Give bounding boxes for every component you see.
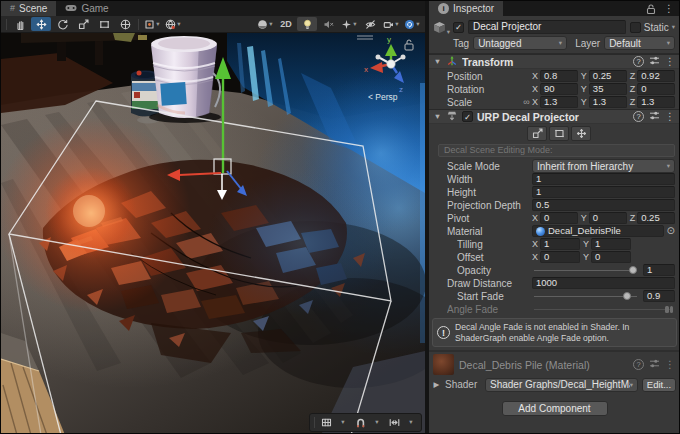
- grid-dropdown-button[interactable]: ▾: [335, 415, 351, 430]
- foldout-icon[interactable]: ▶: [432, 380, 441, 389]
- pivot-toggle-button[interactable]: ▾: [142, 17, 162, 31]
- kebab-menu-icon[interactable]: ⋮: [665, 112, 675, 122]
- decal-crop-mode-button[interactable]: [549, 126, 569, 141]
- component-enabled-checkbox[interactable]: ✓: [462, 111, 473, 122]
- presets-icon[interactable]: [649, 358, 660, 371]
- help-icon[interactable]: ?: [633, 111, 644, 122]
- decal-pivot-mode-button[interactable]: [571, 126, 591, 141]
- offset-row: Offset X0 Y0: [429, 251, 680, 263]
- grid-visibility-button[interactable]: [318, 415, 334, 430]
- gizmos-dropdown-button[interactable]: ▾: [402, 17, 422, 31]
- layer-dropdown[interactable]: Default ▾: [604, 36, 675, 50]
- position-z-field[interactable]: 0.92: [637, 70, 675, 82]
- width-field[interactable]: 1: [532, 173, 675, 185]
- tab-inspector[interactable]: i Inspector: [429, 1, 503, 16]
- global-local-toggle-button[interactable]: ▾: [163, 17, 183, 31]
- warning-icon: !: [437, 326, 450, 339]
- foldout-icon[interactable]: ▼: [433, 57, 442, 66]
- lock-icon[interactable]: [645, 3, 657, 15]
- object-picker-icon[interactable]: ⊙: [667, 226, 675, 236]
- tab-scene[interactable]: # Scene: [1, 1, 56, 16]
- perspective-label[interactable]: < Persp: [368, 92, 398, 102]
- snap-dropdown-button[interactable]: ▾: [369, 415, 385, 430]
- axis-x-label: x: [364, 65, 368, 74]
- presets-icon[interactable]: [649, 55, 660, 68]
- help-icon[interactable]: ?: [633, 359, 644, 370]
- transform-tool-button[interactable]: [115, 17, 135, 31]
- rotate-tool-button[interactable]: [52, 17, 72, 31]
- move-tool-button[interactable]: [31, 17, 51, 31]
- kebab-menu-icon[interactable]: ⋮: [665, 57, 675, 67]
- inspector-panel: i Inspector ⋮ ▾ ✓ Decal Projector: [429, 1, 680, 434]
- tag-dropdown[interactable]: Untagged ▾: [473, 36, 567, 50]
- hand-tool-button[interactable]: [10, 17, 30, 31]
- material-section-header[interactable]: Decal_Debris Pile (Material) ? ⋮: [429, 352, 680, 376]
- decal-projector-header[interactable]: ▼ ✓ URP Decal Projector ? ⋮: [429, 109, 680, 124]
- shading-mode-button[interactable]: ▾: [255, 17, 275, 31]
- scale-mode-dropdown[interactable]: Inherit from Hierarchy ▾: [532, 159, 675, 173]
- rotation-y-field[interactable]: 35: [589, 83, 627, 95]
- draw-distance-field[interactable]: 1000: [532, 277, 675, 289]
- projection-depth-field[interactable]: 0.5: [532, 199, 675, 211]
- snap-toggle-button[interactable]: [352, 415, 368, 430]
- tilling-x-field[interactable]: 1: [540, 238, 580, 250]
- rotation-z-field[interactable]: 0: [637, 83, 675, 95]
- position-x-field[interactable]: 0.8: [540, 70, 578, 82]
- width-row: Width 1: [429, 173, 680, 185]
- transform-header[interactable]: ▼ Transform ? ⋮: [429, 54, 680, 69]
- scale-z-field[interactable]: 1.3: [637, 96, 675, 108]
- start-fade-slider[interactable]: [532, 290, 639, 302]
- static-dropdown-icon[interactable]: ▾: [672, 24, 675, 31]
- increment-snap-dropdown-button[interactable]: ▾: [403, 415, 419, 430]
- add-component-button[interactable]: Add Component: [502, 401, 608, 416]
- warning-text: Decal Angle Fade is not enabled in Shade…: [455, 322, 672, 343]
- decal-projector-icon: [446, 110, 458, 124]
- offset-y-field[interactable]: 0: [591, 251, 631, 263]
- material-sphere-icon: [536, 227, 545, 236]
- pivot-x-field[interactable]: 0: [540, 212, 578, 224]
- increment-snap-button[interactable]: [386, 415, 402, 430]
- scene-visibility-button[interactable]: [360, 17, 380, 31]
- scale-x-field[interactable]: 1.3: [540, 96, 578, 108]
- inspector-content: ▾ ✓ Decal Projector Static ▾ Tag Untagge…: [429, 16, 680, 434]
- dropdown-caret-icon: ▾: [156, 21, 159, 28]
- active-checkbox[interactable]: ✓: [453, 22, 464, 33]
- gameobject-cube-icon[interactable]: ▾: [433, 20, 449, 34]
- scale-tool-button[interactable]: [73, 17, 93, 31]
- scene-toolbar: ▾ ▾ ▾ 2D ▾ ▾ ▾: [1, 16, 425, 33]
- scene-panel: # Scene Game ▾ ▾ ▾ 2D ▾: [1, 1, 425, 434]
- static-checkbox[interactable]: [630, 22, 641, 33]
- scene-viewport[interactable]: y x z < Persp ▾ ▾ ▾: [1, 33, 425, 434]
- opacity-field[interactable]: 1: [643, 264, 675, 276]
- position-y-field[interactable]: 0.25: [589, 70, 627, 82]
- rect-tool-button[interactable]: [94, 17, 114, 31]
- scene-audio-button[interactable]: [318, 17, 338, 31]
- shader-edit-button[interactable]: Edit...: [642, 378, 676, 392]
- tab-game[interactable]: Game: [56, 1, 117, 16]
- height-field[interactable]: 1: [532, 186, 675, 198]
- info-icon: i: [438, 3, 449, 14]
- constrain-proportions-icon[interactable]: ∞: [521, 97, 532, 107]
- pivot-z-field[interactable]: 0.25: [637, 212, 675, 224]
- 2d-toggle-button[interactable]: 2D: [276, 17, 296, 31]
- scene-effects-button[interactable]: ▾: [339, 17, 359, 31]
- material-object-field[interactable]: Decal_DebrisPile: [532, 225, 664, 237]
- offset-x-field[interactable]: 0: [540, 251, 580, 263]
- scene-lighting-button[interactable]: [297, 17, 317, 31]
- tilling-y-field[interactable]: 1: [591, 238, 631, 250]
- opacity-slider[interactable]: [532, 264, 639, 276]
- pivot-y-field[interactable]: 0: [589, 212, 627, 224]
- help-icon[interactable]: ?: [633, 56, 644, 67]
- camera-settings-button[interactable]: ▾: [381, 17, 401, 31]
- foldout-icon[interactable]: ▼: [433, 112, 442, 121]
- kebab-menu-icon[interactable]: ⋮: [664, 4, 674, 14]
- start-fade-field[interactable]: 0.9: [643, 290, 675, 302]
- material-preview-thumbnail[interactable]: [433, 354, 454, 375]
- kebab-menu-icon[interactable]: ⋮: [665, 360, 675, 370]
- scale-y-field[interactable]: 1.3: [589, 96, 627, 108]
- shader-dropdown[interactable]: Shader Graphs/Decal_HeightMask ▾: [485, 378, 638, 392]
- rotation-x-field[interactable]: 90: [540, 83, 578, 95]
- gameobject-name-field[interactable]: Decal Projector: [468, 20, 626, 34]
- decal-scale-mode-button[interactable]: [527, 126, 547, 141]
- presets-icon[interactable]: [649, 110, 660, 123]
